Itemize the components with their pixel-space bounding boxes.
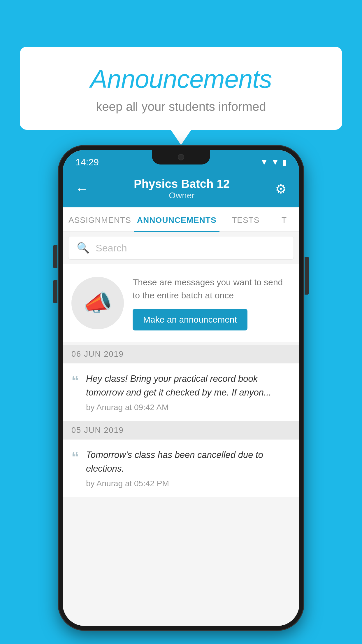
status-icons: ▼ ▼ ▮ [260,158,287,167]
speech-bubble-title: Announcements [34,64,328,94]
announcement-meta-2: by Anurag at 05:42 PM [86,479,291,488]
announcement-message-1: Hey class! Bring your practical record b… [86,372,291,399]
speech-bubble-container: Announcements keep all your students inf… [20,47,342,130]
promo-description: These are messages you want to send to t… [133,276,291,302]
announcement-text-1: Hey class! Bring your practical record b… [86,372,291,412]
phone-notch [152,150,210,164]
date-separator-june6: 06 JUN 2019 [63,345,299,363]
signal-icon: ▼ [271,158,279,167]
tab-announcements[interactable]: ANNOUNCEMENTS [134,207,219,231]
header-center: Physics Batch 12 Owner [134,177,230,200]
announcement-meta-1: by Anurag at 09:42 AM [86,403,291,412]
app-header: ← Physics Batch 12 Owner ⚙ [63,172,299,207]
promo-text-area: These are messages you want to send to t… [133,276,291,330]
announcement-text-2: Tomorrow's class has been cancelled due … [86,448,291,488]
wifi-icon: ▼ [260,158,268,167]
phone-frame: 14:29 ▼ ▼ ▮ ← Physics Batch 12 Owner ⚙ [59,146,303,630]
quote-icon-2: “ [71,449,79,488]
make-announcement-button[interactable]: Make an announcement [133,309,247,330]
quote-icon-1: “ [71,373,79,412]
tabs-bar: ASSIGNMENTS ANNOUNCEMENTS TESTS T [63,207,299,232]
search-icon: 🔍 [77,242,90,254]
battery-icon: ▮ [282,158,287,167]
tab-tests[interactable]: TESTS [219,207,272,231]
search-bar[interactable]: 🔍 Search [68,237,294,259]
settings-button[interactable]: ⚙ [275,181,287,196]
status-time: 14:29 [75,157,99,168]
tab-assignments[interactable]: ASSIGNMENTS [66,207,134,231]
announcement-item-2[interactable]: “ Tomorrow's class has been cancelled du… [63,440,299,497]
speech-bubble-subtitle: keep all your students informed [34,100,328,114]
announcement-message-2: Tomorrow's class has been cancelled due … [86,448,291,475]
search-placeholder: Search [96,242,127,254]
tab-more[interactable]: T [272,207,296,231]
phone-screen: 14:29 ▼ ▼ ▮ ← Physics Batch 12 Owner ⚙ [63,150,299,626]
content-area: 🔍 Search 📣 These are messages you want t… [63,232,299,626]
header-subtitle: Owner [134,190,230,200]
megaphone-icon: 📣 [83,289,112,317]
header-title: Physics Batch 12 [134,177,230,190]
megaphone-circle: 📣 [71,277,124,329]
announcement-item-1[interactable]: “ Hey class! Bring your practical record… [63,363,299,421]
promo-card: 📣 These are messages you want to send to… [63,264,299,342]
speech-bubble: Announcements keep all your students inf… [20,47,342,130]
back-button[interactable]: ← [75,182,88,196]
phone-outer: 14:29 ▼ ▼ ▮ ← Physics Batch 12 Owner ⚙ [59,146,303,630]
camera [178,154,184,160]
date-separator-june5: 05 JUN 2019 [63,421,299,440]
